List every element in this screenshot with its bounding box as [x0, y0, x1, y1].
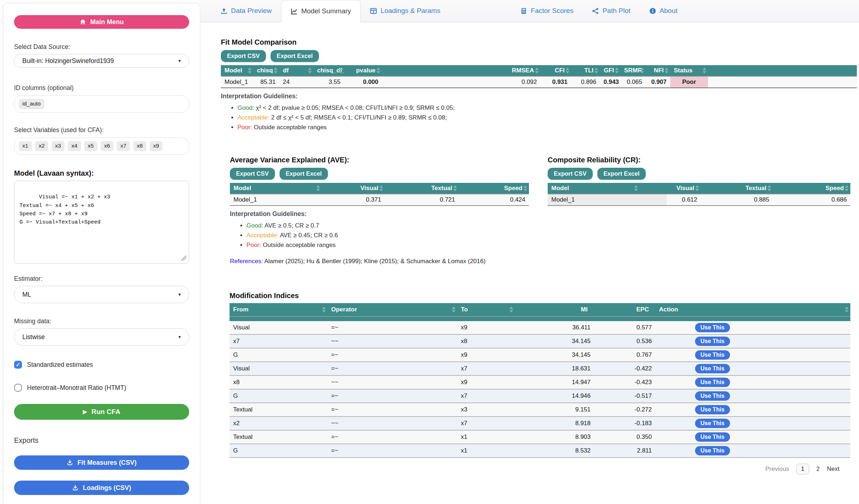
tab-path-plot[interactable]: Path Plot [583, 0, 640, 22]
tab-data-preview[interactable]: Data Preview [211, 0, 281, 22]
variable-tag[interactable]: x2 [35, 141, 48, 151]
use-this-button[interactable]: Use This [695, 446, 730, 455]
fit-col-nfi[interactable]: NFI [646, 65, 670, 76]
mi-col-from[interactable]: From [230, 303, 328, 316]
sort-icon [316, 185, 320, 192]
missing-data-select[interactable]: Listwise ▼ [14, 328, 189, 346]
variable-tag[interactable]: x3 [52, 141, 64, 151]
checkbox-checked-icon: ✓ [14, 361, 22, 369]
mi-col-action[interactable]: Action [655, 303, 850, 316]
ave-export-csv-button[interactable]: Export CSV [230, 168, 275, 180]
main-content: Data Preview Model Summary Loadings & Pa… [200, 0, 859, 504]
use-this-button[interactable]: Use This [695, 419, 730, 428]
mi-epc-cell: -0.422 [594, 362, 655, 375]
mi-col-epc[interactable]: EPC [594, 303, 655, 316]
cr-col-visual[interactable]: Visual [667, 183, 701, 194]
variables-input[interactable]: x1 x2 x3 x4 x5 x6 x7 x8 x9 [14, 138, 189, 155]
mi-to-cell: x7 [457, 389, 515, 403]
id-column-tag[interactable]: id_auto [19, 99, 44, 109]
fit-col-gfi[interactable]: GFI [600, 65, 620, 76]
tab-factor-scores[interactable]: Factor Scores [511, 0, 583, 22]
tab-model-summary[interactable]: Model Summary [281, 0, 361, 22]
guideline-good: Good: AVE ≥ 0.5; CR ≥ 0.7 [246, 221, 529, 230]
ave-col-textual[interactable]: Textual [385, 183, 459, 194]
fit-col-srmr[interactable]: SRMR [620, 65, 646, 76]
use-this-button[interactable]: Use This [695, 350, 730, 360]
id-columns-input[interactable]: id_auto [14, 95, 189, 113]
fit-col-model[interactable]: Model [221, 65, 253, 76]
variable-tag[interactable]: x7 [117, 141, 130, 151]
fit-col-rmsea[interactable]: RMSEA [382, 65, 540, 76]
export-fit-measures-label: Fit Measures (CSV) [77, 459, 137, 467]
cr-col-model[interactable]: Model [548, 183, 667, 194]
variable-tag[interactable]: x1 [19, 141, 32, 151]
chevron-down-icon: ▼ [178, 59, 182, 63]
cr-textual-cell: 0.885 [701, 194, 773, 206]
standardized-estimates-checkbox[interactable]: ✓ Standardized estimates [14, 361, 189, 369]
htmt-checkbox[interactable]: Heterotrait–Monotrait Ratio (HTMT) [14, 384, 189, 392]
ave-textual-cell: 0.721 [385, 194, 459, 206]
cr-col-textual[interactable]: Textual [701, 183, 773, 194]
mi-epc-cell: 0.350 [594, 430, 655, 444]
pagination-page-1[interactable]: 1 [796, 464, 809, 474]
mi-col-to[interactable]: To [457, 303, 515, 316]
estimator-select[interactable]: ML ▼ [14, 286, 189, 303]
mi-col-operator[interactable]: Operator [328, 303, 457, 316]
fit-cfi-cell: 0.931 [540, 76, 571, 88]
model-syntax-textarea[interactable]: Visual =~ x1 + x2 + x3 Textual =~ x4 + x… [14, 181, 189, 264]
mi-epc-cell: -0.272 [594, 403, 655, 417]
use-this-button[interactable]: Use This [695, 364, 730, 373]
use-this-button[interactable]: Use This [695, 432, 730, 442]
run-cfa-button[interactable]: ▶ Run CFA [14, 404, 189, 420]
fit-col-pvalue[interactable]: pvalue [344, 65, 382, 76]
variable-tag[interactable]: x4 [68, 141, 81, 151]
cr-table: Model Visual Textual Speed Model_1 0.612… [548, 183, 850, 206]
cr-export-excel-button[interactable]: Export Excel [597, 168, 646, 180]
mi-mi-cell: 8.918 [515, 417, 594, 430]
ave-col-speed[interactable]: Speed [459, 183, 529, 194]
fit-col-chisq-df-ratio[interactable]: chisq_df_ratio [313, 65, 344, 76]
variable-tag[interactable]: x8 [133, 141, 146, 151]
mi-table-row: G =~ x7 14.946 -0.517 Use This [230, 389, 850, 403]
tab-about[interactable]: About [640, 0, 687, 22]
mi-col-mi[interactable]: MI [515, 303, 594, 316]
fit-col-tli[interactable]: TLI [571, 65, 600, 76]
fit-export-csv-button[interactable]: Export CSV [221, 50, 266, 62]
resize-handle[interactable] [181, 256, 186, 261]
ave-col-model[interactable]: Model [230, 183, 349, 194]
use-this-button[interactable]: Use This [695, 405, 730, 414]
mi-operator-cell: =~ [328, 362, 457, 375]
fit-col-status[interactable]: Status [670, 65, 708, 76]
mi-epc-cell: 0.536 [594, 334, 655, 348]
ave-col-visual[interactable]: Visual [349, 183, 385, 194]
main-menu-button[interactable]: Main Menu [14, 15, 189, 29]
cr-col-speed[interactable]: Speed [773, 183, 850, 194]
ave-guidelines: Interpretation Guidelines: Good: AVE ≥ 0… [230, 210, 529, 250]
pagination-previous[interactable]: Previous [765, 465, 789, 473]
pagination-page-2[interactable]: 2 [816, 465, 820, 473]
fit-export-excel-button[interactable]: Export Excel [271, 50, 319, 62]
variable-tag[interactable]: x6 [101, 141, 114, 151]
fit-col-chisq[interactable]: chisq [253, 65, 279, 76]
mi-from-cell: Textual [230, 403, 328, 417]
fit-comparison-title: Fit Model Comparison [221, 38, 857, 46]
use-this-button[interactable]: Use This [695, 323, 730, 332]
fit-col-filler [708, 65, 857, 76]
use-this-button[interactable]: Use This [695, 337, 730, 346]
ave-export-excel-button[interactable]: Export Excel [280, 168, 328, 180]
sort-icon [524, 185, 527, 192]
tab-loadings-params[interactable]: Loadings & Params [361, 0, 450, 22]
tab-factor-scores-label: Factor Scores [531, 7, 573, 15]
export-loadings-button[interactable]: Loadings (CSV) [14, 481, 189, 495]
mi-mi-cell: 8.903 [515, 430, 594, 444]
cr-export-csv-button[interactable]: Export CSV [548, 168, 593, 180]
variable-tag[interactable]: x9 [150, 141, 163, 151]
use-this-button[interactable]: Use This [695, 378, 730, 387]
fit-col-cfi[interactable]: CFI [540, 65, 571, 76]
fit-col-df[interactable]: df [279, 65, 313, 76]
use-this-button[interactable]: Use This [695, 391, 730, 401]
data-source-select[interactable]: Built-in: HolzingerSwineford1939 ▼ [14, 54, 189, 68]
export-fit-measures-button[interactable]: Fit Measures (CSV) [14, 455, 189, 470]
pagination-next[interactable]: Next [827, 465, 840, 473]
variable-tag[interactable]: x5 [84, 141, 97, 151]
